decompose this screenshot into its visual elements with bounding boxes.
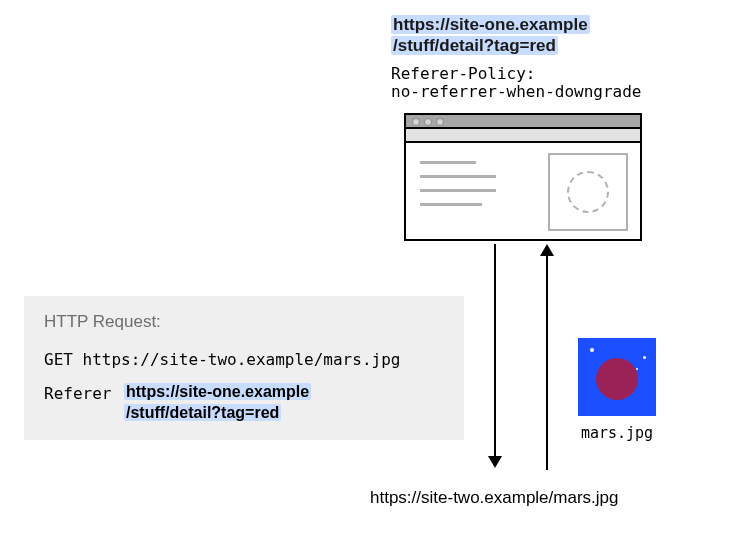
image-placeholder bbox=[548, 153, 628, 231]
window-button-icon bbox=[424, 118, 432, 126]
referer-path: /stuff/detail?tag=red bbox=[124, 404, 281, 421]
image-placeholder-circle-icon bbox=[567, 171, 609, 213]
image-resource-url: https://site-two.example/mars.jpg bbox=[370, 488, 618, 508]
page-url-path: /stuff/detail?tag=red bbox=[391, 36, 558, 55]
browser-addressbar bbox=[404, 129, 642, 143]
request-arrow-down-icon bbox=[494, 244, 496, 466]
placeholder-text-line bbox=[420, 161, 476, 164]
placeholder-text-line bbox=[420, 203, 482, 206]
star-dot-icon bbox=[590, 348, 594, 352]
http-request-panel: HTTP Request: GET https://site-two.examp… bbox=[24, 296, 464, 440]
browser-titlebar bbox=[404, 113, 642, 129]
page-url-origin: https://site-one.example bbox=[391, 15, 590, 34]
referer-policy-text: Referer-Policy: no-referrer-when-downgra… bbox=[391, 65, 641, 102]
referer-origin: https://site-one.example bbox=[124, 383, 311, 400]
browser-window bbox=[404, 113, 642, 241]
placeholder-text-line bbox=[420, 189, 496, 192]
http-request-title: HTTP Request: bbox=[44, 312, 161, 332]
http-get-line: GET https://site-two.example/mars.jpg bbox=[44, 350, 400, 369]
star-dot-icon bbox=[643, 356, 646, 359]
window-button-icon bbox=[436, 118, 444, 126]
window-button-icon bbox=[412, 118, 420, 126]
mars-filename: mars.jpg bbox=[572, 424, 662, 442]
http-referer-label: Referer bbox=[44, 384, 111, 403]
star-dot-icon bbox=[636, 368, 638, 370]
page-url: https://site-one.example /stuff/detail?t… bbox=[391, 14, 590, 57]
diagram-root: https://site-one.example /stuff/detail?t… bbox=[0, 0, 744, 544]
planet-circle-icon bbox=[596, 358, 638, 400]
placeholder-text-line bbox=[420, 175, 496, 178]
browser-body bbox=[404, 143, 642, 241]
response-arrow-up-icon bbox=[546, 256, 548, 470]
http-referer-value: https://site-one.example /stuff/detail?t… bbox=[124, 382, 311, 424]
mars-image bbox=[578, 338, 656, 416]
